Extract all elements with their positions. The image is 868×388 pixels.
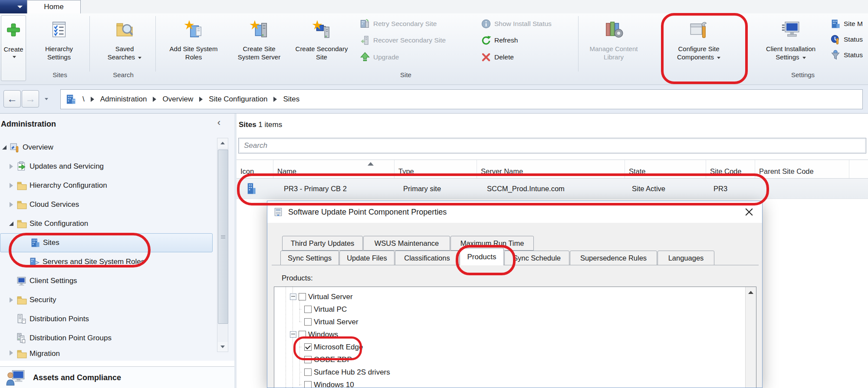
- checkbox-checked-icon[interactable]: [304, 343, 312, 351]
- products-scrollbar[interactable]: [745, 287, 756, 388]
- tab-products[interactable]: Products: [460, 248, 504, 265]
- checkbox-icon[interactable]: [304, 368, 312, 376]
- table-row[interactable]: PR3 - Primary CB 2 Primary site SCCM_Pro…: [237, 179, 868, 199]
- tab-third-party-updates[interactable]: Third Party Updates: [282, 236, 363, 251]
- product-item-microsoft-edge[interactable]: Microsoft Edge: [299, 341, 363, 353]
- breadcrumb-root[interactable]: \: [82, 95, 85, 104]
- sidebar-item-sites[interactable]: Sites: [0, 233, 213, 252]
- breadcrumb[interactable]: \ Administration Overview Site Configura…: [60, 89, 863, 109]
- close-icon[interactable]: [742, 205, 756, 219]
- expander-collapsed-icon[interactable]: [8, 202, 15, 207]
- refresh-button[interactable]: Refresh: [481, 34, 518, 47]
- scroll-up-button[interactable]: [217, 138, 228, 148]
- sidebar-item-servers-and-site-system-roles[interactable]: Servers and Site System Roles: [0, 252, 213, 271]
- checkbox-icon[interactable]: [304, 381, 312, 388]
- product-item-virtual-server-child[interactable]: Virtual Server: [299, 316, 358, 328]
- product-item-windows-10[interactable]: Windows 10: [299, 378, 354, 388]
- forward-button[interactable]: →: [22, 90, 39, 108]
- breadcrumb-item-overview[interactable]: Overview: [162, 95, 193, 104]
- checkbox-icon[interactable]: [299, 331, 306, 338]
- product-item-surface-hub-2s-drivers[interactable]: Surface Hub 2S drivers: [299, 366, 390, 378]
- product-item-virtual-pc[interactable]: Virtual PC: [299, 303, 347, 316]
- sidebar-item-updates-and-servicing[interactable]: Updates and Servicing: [0, 157, 213, 176]
- create-site-system-server-button[interactable]: Create Site System Server: [232, 15, 286, 81]
- checkbox-icon[interactable]: [304, 356, 312, 363]
- cell-site-code: PR3: [710, 179, 727, 199]
- tab-classifications[interactable]: Classifications: [395, 251, 459, 265]
- tab-supersedence-rules[interactable]: Supersedence Rules: [570, 251, 657, 265]
- tree-scrollbar[interactable]: [217, 138, 228, 352]
- breadcrumb-item-administration[interactable]: Administration: [100, 95, 147, 104]
- column-header-icon[interactable]: Icon: [237, 160, 273, 178]
- chevron-down-icon: [17, 6, 23, 8]
- retry-secondary-site-button[interactable]: Retry Secondary Site: [360, 17, 437, 30]
- column-header-site-code[interactable]: Site Code: [706, 160, 755, 178]
- create-button[interactable]: Create: [1, 15, 26, 81]
- scrollbar-thumb[interactable]: [218, 150, 228, 324]
- scroll-down-button[interactable]: [217, 342, 228, 352]
- create-secondary-site-button[interactable]: Create Secondary Site: [294, 15, 349, 81]
- breadcrumb-item-site-configuration[interactable]: Site Configuration: [209, 95, 267, 104]
- expander-collapsed-icon[interactable]: [8, 348, 15, 355]
- search-input[interactable]: [239, 139, 865, 153]
- manage-content-library-button[interactable]: Manage Content Library: [582, 15, 645, 81]
- workspace-assets-and-compliance[interactable]: Assets and Compliance: [0, 366, 234, 388]
- sidebar-item-hierarchy-configuration[interactable]: Hierarchy Configuration: [0, 176, 213, 195]
- expander-expanded-icon[interactable]: [1, 145, 8, 150]
- expander-collapsed-icon[interactable]: [8, 183, 15, 188]
- configure-site-components-button[interactable]: Configure Site Components: [667, 15, 730, 81]
- tab-languages[interactable]: Languages: [658, 251, 714, 265]
- breadcrumb-item-sites[interactable]: Sites: [283, 95, 299, 104]
- scroll-up-button[interactable]: [746, 287, 756, 297]
- column-header-server-name[interactable]: Server Name: [477, 160, 625, 178]
- sidebar-item-overview[interactable]: Overview: [0, 138, 213, 157]
- expander-collapsed-icon[interactable]: [8, 297, 15, 303]
- checkbox-icon[interactable]: [299, 293, 306, 300]
- application-menu-button[interactable]: [0, 0, 27, 13]
- search-box: [238, 138, 866, 153]
- collapse-minus-icon[interactable]: [290, 331, 296, 338]
- site-maintenance-button[interactable]: Site M: [830, 17, 868, 30]
- dialog-title: Software Update Point Component Properti…: [288, 208, 447, 217]
- upgrade-button[interactable]: Upgrade: [360, 51, 399, 64]
- sidebar-item-site-configuration[interactable]: Site Configuration: [0, 214, 213, 233]
- show-install-status-button[interactable]: Show Install Status: [481, 17, 552, 30]
- product-item-oobe-zdp[interactable]: OOBE ZDP: [299, 353, 352, 366]
- status-filter-rules-label: Status: [844, 51, 863, 59]
- sidebar-item-client-settings[interactable]: Client Settings: [0, 271, 213, 290]
- sidebar-item-label: Site Configuration: [30, 219, 88, 228]
- expander-expanded-icon[interactable]: [8, 222, 15, 226]
- tab-sync-schedule[interactable]: Sync Schedule: [504, 251, 569, 265]
- delete-x-icon: [481, 52, 491, 62]
- tab-wsus-maintenance[interactable]: WSUS Maintenance: [363, 236, 450, 251]
- checkbox-icon[interactable]: [304, 306, 312, 313]
- sidebar-item-label: Sites: [43, 238, 59, 247]
- column-header-type[interactable]: Type: [395, 160, 477, 178]
- recover-secondary-site-button[interactable]: Recover Secondary Site: [360, 34, 446, 47]
- dialog-titlebar[interactable]: Software Update Point Component Properti…: [267, 201, 762, 223]
- sidebar-item-distribution-points[interactable]: Distribution Points: [0, 310, 213, 329]
- collapse-minus-icon[interactable]: [290, 293, 296, 300]
- status-filter-rules-button[interactable]: Status: [830, 49, 868, 62]
- tab-home[interactable]: Home: [27, 0, 81, 13]
- cell-name: PR3 - Primary CB 2: [280, 179, 347, 199]
- column-header-name[interactable]: Name: [273, 160, 395, 178]
- column-header-parent-site-code[interactable]: Parent Site Code: [755, 160, 849, 178]
- tab-sync-settings[interactable]: Sync Settings: [280, 251, 339, 265]
- collapse-pane-icon[interactable]: ‹: [217, 117, 220, 128]
- product-item-windows[interactable]: Windows: [290, 328, 338, 341]
- product-item-virtual-server-parent[interactable]: Virtual Server: [290, 290, 353, 303]
- sidebar-item-distribution-point-groups[interactable]: Distribution Point Groups: [0, 329, 213, 348]
- column-header-state[interactable]: State: [625, 160, 706, 178]
- delete-button[interactable]: Delete: [481, 51, 514, 64]
- sidebar-item-cloud-services[interactable]: Cloud Services: [0, 195, 213, 214]
- expander-collapsed-icon[interactable]: [8, 164, 15, 169]
- add-site-system-roles-button[interactable]: Add Site System Roles: [168, 15, 220, 81]
- back-button[interactable]: ←: [3, 90, 21, 108]
- sidebar-item-security[interactable]: Security: [0, 290, 213, 310]
- history-dropdown-icon[interactable]: [45, 98, 48, 100]
- status-summarizers-button[interactable]: Status: [830, 33, 868, 46]
- checkbox-icon[interactable]: [304, 318, 312, 326]
- sidebar-item-migration[interactable]: Migration: [0, 348, 213, 361]
- tab-update-files[interactable]: Update Files: [339, 251, 395, 265]
